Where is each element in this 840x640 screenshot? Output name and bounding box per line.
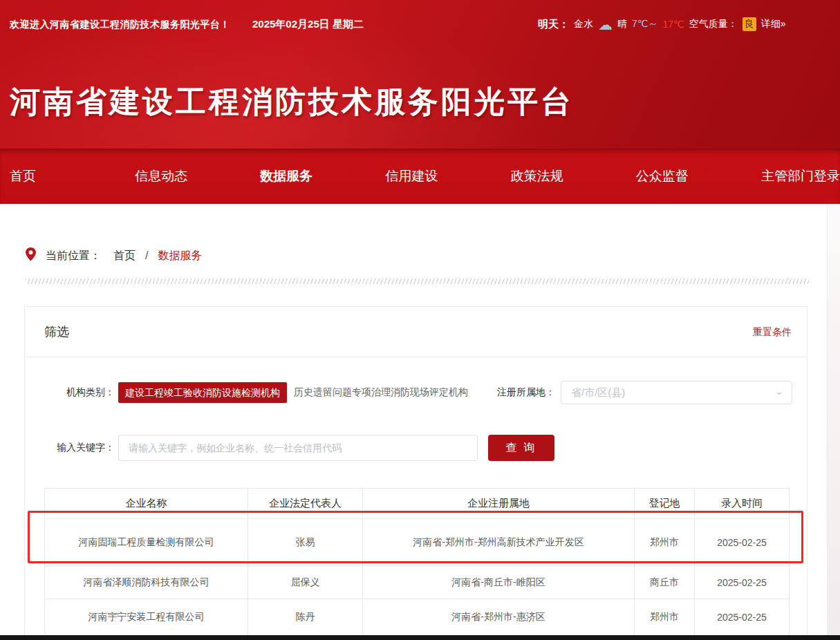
reset-filters-link[interactable]: 重置条件 [753,326,792,339]
cell-legal-rep: 屈保义 [248,566,363,599]
column-header-registered-region: 企业注册属地 [363,489,635,519]
temp-low: 7℃～ [632,18,658,30]
cell-company-name: 河南固瑞工程质量检测有限公司 [45,519,248,566]
topbar: 欢迎进入河南省建设工程消防技术服务阳光平台！ 2025年02月25日 星期二 明… [0,0,840,48]
cell-registry-place: 郑州市 [635,599,695,636]
cell-company-name: 河南宇宁安装工程有限公司 [45,599,248,636]
filter-title: 筛选 [44,307,69,357]
date-text: 2025年02月25日 星期二 [252,18,364,31]
weather-district: 金水 [574,18,593,30]
cell-entry-date: 2025-02-25 [695,566,790,599]
results-table: 企业名称 企业法定代表人 企业注册属地 登记地 录入时间 河南固瑞工程质量检测有… [44,488,790,636]
table-row: 河南固瑞工程质量检测有限公司 张易 河南省-郑州市-郑州高新技术产业开发区 郑州… [45,519,790,566]
cell-registry-place: 郑州市 [635,519,695,566]
category-label: 机构类别： [25,386,115,399]
search-button[interactable]: 查 询 [488,435,554,461]
filter-panel-header: 筛选 重置条件 [25,307,807,357]
nav-item-admin-login[interactable]: 主管部门登录 [761,167,840,185]
category-option-legacy[interactable]: 历史遗留问题专项治理消防现场评定机构 [294,386,468,399]
table-row: 河南宇宁安装工程有限公司 陈丹 河南省-郑州市-惠济区 郑州市 2025-02-… [45,599,790,636]
breadcrumb-label: 当前位置： [46,249,101,263]
cell-entry-date: 2025-02-25 [695,519,790,566]
column-header-legal-rep: 企业法定代表人 [248,489,363,519]
column-header-entry-date: 录入时间 [695,489,790,519]
cell-registered-region: 河南省-商丘市-睢阳区 [363,566,635,599]
column-header-company: 企业名称 [45,489,248,519]
column-header-registry-place: 登记地 [635,489,695,519]
cell-registry-place: 商丘市 [635,566,695,599]
weather-detail-link[interactable]: 详细» [761,18,786,30]
breadcrumb-home[interactable]: 首页 [113,249,136,263]
main-nav: 首页 信息动态 数据服务 信用建设 政策法规 公众监督 主管部门登录 [0,149,840,204]
table-row: 河南省泽顺消防科技有限公司 屈保义 河南省-商丘市-睢阳区 商丘市 2025-0… [45,566,790,599]
nav-item-policy[interactable]: 政策法规 [511,167,636,185]
keyword-label: 输入关键字： [25,442,115,454]
nav-item-news[interactable]: 信息动态 [135,167,260,185]
table-header-row: 企业名称 企业法定代表人 企业注册属地 登记地 录入时间 [45,489,790,519]
filter-row-keyword: 输入关键字： 查 询 [25,435,807,461]
cell-entry-date: 2025-02-25 [695,599,790,636]
keyword-input[interactable] [118,435,478,461]
breadcrumb: 当前位置： 首页 / 数据服务 [26,247,202,264]
page-right-edge-strip [827,204,840,640]
region-select-placeholder: 省/市/区(县) [571,386,625,399]
cell-registered-region: 河南省-郑州市-惠济区 [363,599,635,636]
filter-panel: 筛选 重置条件 机构类别： 建设工程竣工验收消防设施检测机构 历史遗留问题专项治… [24,306,808,640]
page-title: 河南省建设工程消防技术服务阳光平台 [10,82,574,122]
location-pin-icon [26,247,36,264]
bottom-edge-bar [0,635,840,640]
nav-item-credit[interactable]: 信用建设 [386,167,511,185]
nav-item-home[interactable]: 首页 [10,167,135,185]
aqi-badge: 良 [743,17,756,31]
cloud-icon: ☁ [598,17,613,32]
region-select[interactable]: 省/市/区(县) ⌄ [561,381,792,404]
cell-company-name: 河南省泽顺消防科技有限公司 [45,566,248,599]
temp-high: 17℃ [663,19,684,30]
nav-item-data-service[interactable]: 数据服务 [260,167,385,185]
breadcrumb-separator: / [145,250,148,262]
weather-widget: 明天： 金水 ☁ 晴 7℃～ 17℃ 空气质量： 良 详细» [538,0,786,48]
header-banner: 欢迎进入河南省建设工程消防技术服务阳光平台！ 2025年02月25日 星期二 明… [0,0,840,149]
weather-label: 明天： [538,18,569,31]
category-option-detection-selected[interactable]: 建设工程竣工验收消防设施检测机构 [118,382,287,403]
chevron-down-icon: ⌄ [775,386,783,397]
nav-item-supervision[interactable]: 公众监督 [636,167,761,185]
aqi-label: 空气质量： [689,18,738,30]
filter-row-category: 机构类别： 建设工程竣工验收消防设施检测机构 历史遗留问题专项治理消防现场评定机… [25,379,807,406]
weather-condition: 晴 [617,18,627,30]
cell-legal-rep: 陈丹 [248,599,363,636]
decorative-slashes-divider [26,279,809,284]
cell-registered-region: 河南省-郑州市-郑州高新技术产业开发区 [363,519,635,566]
cell-legal-rep: 张易 [248,519,363,566]
region-label: 注册所属地： [497,386,555,399]
welcome-text: 欢迎进入河南省建设工程消防技术服务阳光平台！ [10,19,230,31]
breadcrumb-current[interactable]: 数据服务 [158,249,202,263]
